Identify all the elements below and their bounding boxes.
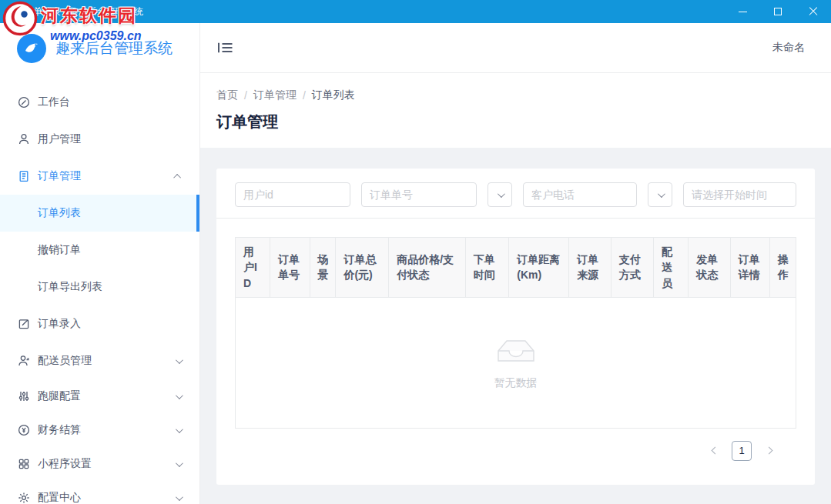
breadcrumb-separator: / [244,89,247,102]
page-head: 首页 / 订单管理 / 订单列表 订单管理 [200,73,831,148]
chevron-down-icon [657,190,665,198]
order-document-icon [17,170,30,183]
app-window: 订单列表 - 趣来后台管理系统 趣来后台管理系统 工作台 [0,0,831,504]
user-menu[interactable]: 未命名 [772,41,805,55]
sidebar-item-workbench[interactable]: 工作台 [0,84,199,121]
filter-bar [216,169,815,219]
empty-cell: 暂无数据 [236,297,796,428]
empty-text: 暂无数据 [494,376,538,390]
chevron-down-icon [176,392,183,399]
dashboard-icon [17,96,30,109]
sidebar-item-finance-settlement[interactable]: 财务结算 [0,413,199,447]
content-area: 用户ID 订单单号 场景 订单总价(元) 商品价格/支付状态 下单时间 订单距离… [200,148,831,504]
finance-icon [17,424,30,437]
app-body: 趣来后台管理系统 工作台 用户管理 [0,23,831,504]
customer-phone-input[interactable] [523,182,637,207]
main-area: 未命名 首页 / 订单管理 / 订单列表 订单管理 [200,23,831,504]
pagination-page-1[interactable]: 1 [732,441,752,461]
minimize-button[interactable] [725,0,760,23]
order-no-input[interactable] [361,182,477,207]
app-title: 趣来后台管理系统 [55,38,173,58]
breadcrumb-current: 订单列表 [312,88,355,102]
sliders-icon [17,390,30,403]
titlebar: 订单列表 - 趣来后台管理系统 [0,0,831,23]
sidebar-item-label: 配送员管理 [38,354,176,368]
edit-icon [17,318,30,331]
logo-row: 趣来后台管理系统 [0,23,199,73]
column-header-order-source: 订单来源 [569,238,611,298]
courier-icon [17,355,30,368]
window-app-icon [8,6,18,17]
sidebar-item-label: 订单录入 [38,317,181,331]
sidebar-item-user-management[interactable]: 用户管理 [0,121,199,158]
maximize-button[interactable] [760,0,796,23]
sidebar-item-config-center[interactable]: 配置中心 [0,481,199,504]
sidebar-item-label: 配置中心 [38,491,176,504]
close-button[interactable] [796,0,831,23]
pagination-next-button[interactable] [759,442,778,460]
sidebar-item-errand-config[interactable]: 跑腿配置 [0,379,199,413]
app-logo-icon [17,34,46,63]
orders-table: 用户ID 订单单号 场景 订单总价(元) 商品价格/支付状态 下单时间 订单距离… [235,237,796,429]
sidebar-item-order-list[interactable]: 订单列表 [0,195,199,232]
table-section: 用户ID 订单单号 场景 订单总价(元) 商品价格/支付状态 下单时间 订单距离… [216,219,815,485]
sidebar-item-order-management[interactable]: 订单管理 [0,158,199,195]
phone-type-select[interactable] [648,182,672,207]
column-header-courier: 配送员 [654,238,689,298]
order-no-type-select[interactable] [488,182,512,207]
sidebar-item-order-export-list[interactable]: 订单导出列表 [0,269,199,305]
column-header-total-price: 订单总价(元) [336,238,389,298]
sidebar-item-miniprogram-settings[interactable]: 小程序设置 [0,447,199,481]
sidebar-menu: 工作台 用户管理 订单管理 订单列表 [0,73,199,504]
sidebar-subitem-label: 订单列表 [38,206,81,220]
sidebar-item-label: 工作台 [38,95,181,109]
chevron-down-icon [497,190,504,198]
breadcrumb-home[interactable]: 首页 [216,88,238,102]
pagination-prev-button[interactable] [705,442,724,460]
column-header-user-id: 用户ID [236,238,270,298]
breadcrumb-order-management[interactable]: 订单管理 [253,88,297,102]
minimize-icon [739,12,747,12]
user-id-input[interactable] [235,182,350,207]
sidebar: 趣来后台管理系统 工作台 用户管理 [0,23,200,504]
empty-row: 暂无数据 [236,297,796,428]
topbar: 未命名 [200,23,831,73]
column-header-pay-method: 支付方式 [611,238,653,298]
chevron-left-icon [711,447,719,455]
column-header-order-no: 订单单号 [270,238,310,298]
maximize-icon [774,8,782,15]
close-icon [809,7,818,16]
sidebar-item-label: 跑腿配置 [38,389,176,403]
user-icon [17,133,30,146]
breadcrumb-separator: / [303,89,306,102]
column-header-price-pay-status: 商品价格/支付状态 [389,238,466,298]
sidebar-subitem-label: 订单导出列表 [38,280,102,294]
chevron-down-icon [176,493,183,501]
empty-state: 暂无数据 [236,335,796,390]
chevron-down-icon [176,459,183,467]
grid-icon [17,458,30,471]
window-controls [725,0,831,23]
sidebar-item-cancel-order[interactable]: 撤销订单 [0,232,199,269]
table-header-row: 用户ID 订单单号 场景 订单总价(元) 商品价格/支付状态 下单时间 订单距离… [236,238,796,298]
collapse-sidebar-button[interactable] [218,42,233,53]
chevron-down-icon [176,426,183,433]
sidebar-item-order-entry[interactable]: 订单录入 [0,305,199,342]
column-header-order-detail: 订单详情 [730,238,769,298]
column-header-dispatch-status: 发单状态 [689,238,730,298]
pagination: 1 [235,429,796,461]
sidebar-item-label: 小程序设置 [38,457,176,471]
breadcrumb: 首页 / 订单管理 / 订单列表 [216,88,815,102]
gear-icon [17,492,30,504]
sidebar-item-label: 用户管理 [38,132,181,146]
sidebar-item-label: 财务结算 [38,423,176,437]
empty-inbox-icon [491,335,541,367]
start-time-input[interactable] [683,182,796,207]
window-title: 订单列表 - 趣来后台管理系统 [24,5,143,18]
order-list-card: 用户ID 订单单号 场景 订单总价(元) 商品价格/支付状态 下单时间 订单距离… [216,169,815,485]
sidebar-item-courier-management[interactable]: 配送员管理 [0,342,199,379]
sidebar-subitem-label: 撤销订单 [38,243,81,257]
page-title: 订单管理 [216,112,815,132]
column-header-actions: 操作 [770,238,796,298]
chevron-right-icon [765,447,772,455]
